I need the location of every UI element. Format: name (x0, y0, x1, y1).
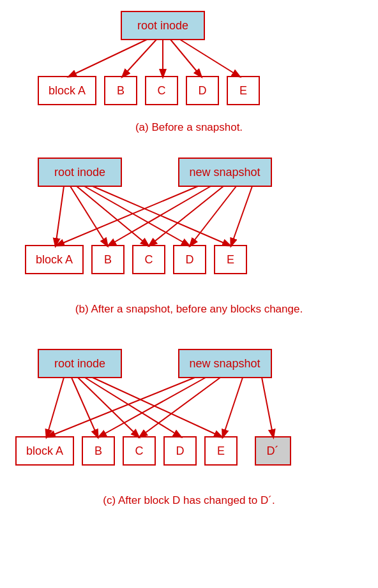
svg-text:new snapshot: new snapshot (189, 357, 260, 370)
svg-line-37 (57, 186, 198, 246)
svg-text:block A: block A (36, 253, 73, 266)
svg-text:B: B (104, 253, 112, 266)
svg-line-63 (93, 378, 222, 437)
svg-text:C: C (135, 445, 144, 457)
svg-line-41 (231, 186, 252, 246)
svg-line-62 (85, 378, 181, 437)
svg-line-61 (78, 378, 139, 437)
diagram-container: root inode block A B C D E (0, 0, 378, 588)
svg-line-67 (223, 378, 243, 437)
svg-text:(a) Before a snapshot.: (a) Before a snapshot. (135, 121, 243, 133)
svg-text:block A: block A (26, 445, 63, 457)
svg-text:block A: block A (49, 84, 86, 97)
svg-text:root inode: root inode (54, 357, 105, 370)
svg-line-33 (70, 186, 107, 246)
svg-text:E: E (239, 84, 247, 97)
svg-text:D´: D´ (267, 445, 279, 457)
svg-text:root inode: root inode (54, 166, 105, 179)
svg-text:E: E (217, 445, 225, 457)
svg-line-32 (56, 186, 64, 246)
svg-text:E: E (227, 253, 234, 266)
section-b: root inode new snapshot block A B C D E (0, 147, 378, 338)
svg-text:C: C (145, 253, 153, 266)
svg-line-13 (123, 40, 156, 77)
svg-text:(c) After block D has changed : (c) After block D has changed to D´. (103, 494, 275, 506)
svg-text:D: D (186, 253, 194, 266)
svg-line-59 (47, 378, 64, 437)
svg-line-15 (170, 40, 201, 77)
svg-text:C: C (158, 84, 166, 97)
section-a: root inode block A B C D E (0, 0, 378, 147)
section-c: root inode new snapshot block A B C D E … (0, 338, 378, 588)
svg-text:B: B (117, 84, 125, 97)
svg-text:D: D (199, 84, 207, 97)
svg-text:root inode: root inode (137, 19, 188, 32)
svg-text:new snapshot: new snapshot (189, 166, 260, 179)
svg-line-68 (262, 378, 273, 437)
svg-line-16 (180, 40, 239, 77)
svg-line-12 (69, 40, 147, 77)
svg-line-64 (48, 378, 195, 437)
svg-text:D: D (176, 445, 185, 457)
svg-text:(b) After a snapshot, before a: (b) After a snapshot, before any blocks … (75, 303, 303, 315)
svg-line-60 (72, 378, 98, 437)
svg-text:B: B (94, 445, 102, 457)
